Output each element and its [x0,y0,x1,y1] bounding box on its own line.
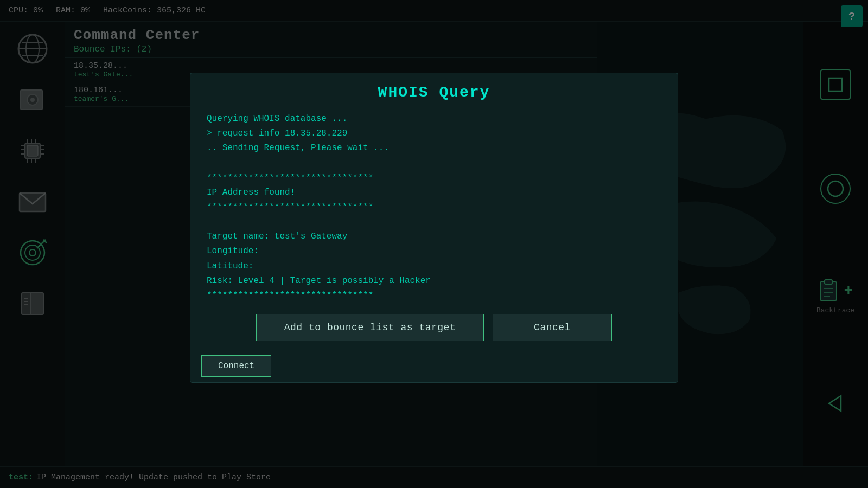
cancel-button[interactable]: Cancel [493,314,612,341]
dialog-line-stars-1: ******************************** [207,171,661,185]
dialog-line-longitude: Longitude: [207,244,661,259]
dialog-line-found: IP Address found! [207,185,661,200]
dialog-overlay: WHOIS Query Querying WHOIS database ... … [0,0,868,488]
add-bounce-button[interactable]: Add to bounce list as target [256,314,484,341]
dialog-buttons: Add to bounce list as target Cancel [190,314,678,350]
dialog-title: WHOIS Query [190,73,678,106]
whois-dialog: WHOIS Query Querying WHOIS database ... … [190,73,678,383]
dialog-body: Querying WHOIS database ... > request in… [190,106,678,314]
dialog-line-target: Target name: test's Gateway [207,229,661,244]
dialog-line-stars-3: ******************************** [207,288,661,303]
dialog-line-2: > request info 18.35.28.229 [207,126,661,141]
connect-area: Connect [190,350,678,382]
dialog-line-latitude: Latitude: [207,259,661,274]
dialog-line-blank-2 [207,215,661,229]
dialog-line-blank-1 [207,156,661,170]
dialog-line-1: Querying WHOIS database ... [207,112,661,126]
dialog-line-stars-2: ******************************** [207,200,661,215]
dialog-line-3: .. Sending Request, Please wait ... [207,141,661,156]
connect-button[interactable]: Connect [201,355,271,377]
dialog-line-risk: Risk: Level 4 | Target is possibly a Hac… [207,274,661,288]
